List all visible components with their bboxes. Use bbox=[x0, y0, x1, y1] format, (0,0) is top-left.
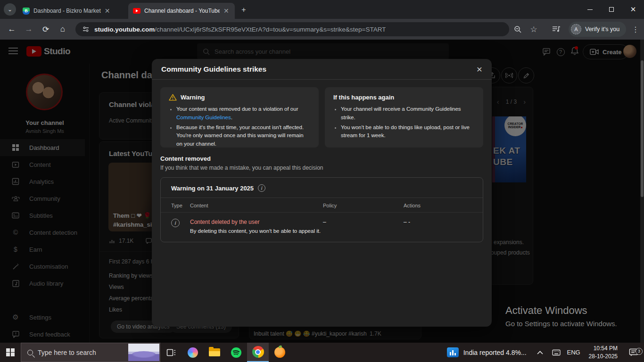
news-icon bbox=[447, 347, 459, 357]
show-hidden-icons-button[interactable] bbox=[532, 351, 548, 354]
if-again-panel: If this happens again Your channel will … bbox=[325, 87, 483, 148]
back-icon[interactable]: ← bbox=[6, 23, 18, 35]
community-guidelines-modal: Community Guidelines strikes × Warning Y… bbox=[152, 59, 492, 327]
windows-logo-icon bbox=[6, 348, 15, 357]
column-header-policy: Policy bbox=[323, 203, 404, 208]
warning-bullet-2: Because it's the first time, your accoun… bbox=[176, 123, 310, 148]
news-widget[interactable]: India reported 4.8%... bbox=[441, 347, 532, 357]
keyboard-icon bbox=[552, 349, 561, 356]
window-close-button[interactable]: ✕ bbox=[622, 0, 644, 19]
forward-icon[interactable]: → bbox=[23, 23, 35, 35]
copilot-icon bbox=[188, 347, 198, 358]
clock-date: 28-10-2025 bbox=[589, 353, 618, 360]
copilot-button[interactable] bbox=[182, 343, 204, 362]
task-view-button[interactable] bbox=[160, 343, 182, 362]
table-row: i Content deleted by the user By deletin… bbox=[161, 213, 483, 242]
column-header-actions: Actions bbox=[404, 203, 472, 208]
row-info-icon: i bbox=[171, 219, 180, 227]
start-button[interactable] bbox=[0, 343, 21, 362]
community-guidelines-link[interactable]: Community Guidelines bbox=[176, 115, 231, 120]
action-center-button[interactable]: 3 bbox=[623, 348, 644, 357]
row-actions-value: – - bbox=[404, 219, 472, 234]
news-headline: India reported 4.8%... bbox=[463, 349, 527, 356]
reload-icon[interactable]: ⟳ bbox=[40, 23, 52, 35]
bookmark-star-icon[interactable]: ☆ bbox=[528, 24, 539, 35]
clock-time: 10:54 PM bbox=[589, 345, 618, 352]
tab-title: Dashboard - Bizkro Market bbox=[33, 8, 101, 14]
warning-table-card: Warning on 31 January 2025 i Type Conten… bbox=[160, 177, 483, 242]
browser-menu-icon[interactable]: ⋮ bbox=[630, 24, 641, 35]
youtube-favicon bbox=[133, 8, 140, 14]
media-controls-icon[interactable] bbox=[551, 24, 562, 35]
file-explorer-button[interactable] bbox=[204, 343, 225, 362]
verify-label: Verify it's you bbox=[585, 26, 619, 33]
tab-youtube-studio[interactable]: Channel dashboard - YouTube S ✕ bbox=[128, 3, 235, 19]
content-removed-heading: Content removed bbox=[160, 155, 483, 162]
touch-keyboard-button[interactable] bbox=[548, 349, 564, 356]
profile-avatar: A bbox=[571, 24, 581, 34]
row-content-subtitle: By deleting this content, you won't be a… bbox=[190, 228, 323, 234]
url-host: studio.youtube.com bbox=[94, 26, 155, 33]
search-highlight-image[interactable] bbox=[128, 344, 159, 361]
spotify-button[interactable] bbox=[225, 343, 247, 362]
again-bullet-2: You won't be able to do things like uplo… bbox=[341, 123, 475, 140]
window-minimize-button[interactable] bbox=[579, 0, 601, 19]
tab-close-icon[interactable]: ✕ bbox=[105, 8, 110, 14]
warning-heading: Warning bbox=[181, 94, 205, 101]
scrollbar-thumb[interactable] bbox=[641, 60, 644, 197]
tab-close-icon[interactable]: ✕ bbox=[223, 8, 229, 14]
task-view-icon bbox=[166, 348, 176, 357]
home-icon[interactable]: ⌂ bbox=[57, 23, 69, 35]
url-path: /channel/UCxIj6rSfsZkSFR95eVXtErA?d=tou&… bbox=[155, 26, 386, 33]
browser-toolbar: ← → ⟳ ⌂ studio.youtube.com/channel/UCxIj… bbox=[0, 19, 644, 40]
new-tab-button[interactable]: + bbox=[239, 5, 249, 15]
row-content-title[interactable]: Content deleted by the user bbox=[190, 219, 323, 225]
content-removed-subheading: If you think that we made a mistake, you… bbox=[160, 165, 483, 171]
warning-triangle-icon bbox=[169, 94, 177, 101]
address-bar[interactable]: studio.youtube.com/channel/UCxIj6rSfsZkS… bbox=[75, 22, 509, 36]
chrome-button[interactable] bbox=[247, 343, 269, 362]
modal-title: Community Guidelines strikes bbox=[161, 65, 477, 74]
site-info-icon[interactable] bbox=[82, 25, 90, 33]
language-indicator[interactable]: ENG bbox=[564, 349, 583, 356]
studio-page: Studio Search across your channel ? Crea… bbox=[0, 40, 644, 343]
bizkro-favicon: B bbox=[23, 8, 30, 15]
column-header-type: Type bbox=[171, 203, 190, 208]
info-icon[interactable]: i bbox=[258, 184, 265, 192]
tab-bizkro[interactable]: B Dashboard - Bizkro Market ✕ bbox=[18, 3, 125, 19]
chrome-icon bbox=[252, 346, 264, 358]
taskbar-search-input[interactable]: Type here to search bbox=[21, 343, 160, 362]
if-again-heading: If this happens again bbox=[333, 94, 394, 101]
file-explorer-icon bbox=[209, 348, 220, 356]
again-bullet-1: Your channel will receive a Community Gu… bbox=[341, 105, 475, 122]
warning-panel: Warning Your content was removed due to … bbox=[160, 87, 319, 148]
column-header-content: Content bbox=[190, 203, 323, 208]
page-scrollbar bbox=[640, 40, 644, 343]
activate-windows-watermark: Activate Windows Go to Settings to activ… bbox=[505, 304, 617, 328]
windows-taskbar: Type here to search India reported 4.8%.… bbox=[0, 343, 644, 362]
notification-count-badge: 3 bbox=[636, 348, 643, 355]
window-maximize-button[interactable] bbox=[601, 0, 622, 19]
chevron-up-icon bbox=[537, 351, 543, 354]
browser-tabstrip: ⌄ B Dashboard - Bizkro Market ✕ Channel … bbox=[0, 0, 644, 19]
row-policy-value: – bbox=[323, 219, 404, 234]
search-icon bbox=[27, 350, 33, 355]
zoom-out-icon[interactable] bbox=[512, 24, 523, 35]
warning-bullet-1: Your content was removed due to a violat… bbox=[176, 105, 310, 122]
spotify-icon bbox=[231, 347, 242, 358]
modal-close-icon[interactable]: × bbox=[477, 64, 482, 74]
tab-search-chevron-icon[interactable]: ⌄ bbox=[4, 3, 16, 16]
taskbar-clock[interactable]: 10:54 PM 28-10-2025 bbox=[583, 345, 623, 360]
taskbar-search-placeholder: Type here to search bbox=[38, 349, 96, 356]
table-title: Warning on 31 January 2025 bbox=[171, 185, 254, 192]
tab-title: Channel dashboard - YouTube S bbox=[144, 8, 220, 14]
fl-studio-button[interactable] bbox=[269, 343, 290, 362]
profile-verify-chip[interactable]: A Verify it's you bbox=[569, 22, 626, 37]
fl-studio-icon bbox=[274, 347, 285, 358]
